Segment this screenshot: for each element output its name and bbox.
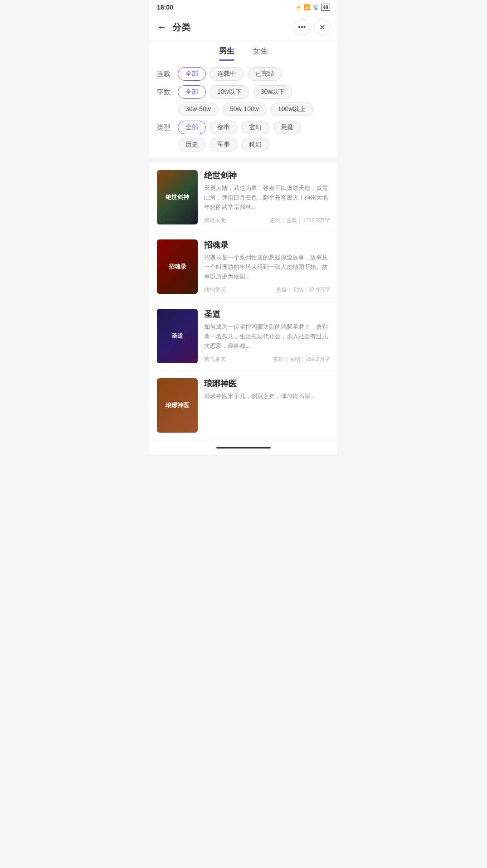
book-info: 绝世剑神 天灵大陆，武道为尊！强者可以遨游天地，威震山河，弹指日月变色，翻手苍穹… [204, 170, 330, 224]
book-tags: 悬疑｜完结｜37.9万字 [276, 286, 330, 294]
book-title: 琅琊神医 [204, 378, 330, 389]
book-list: 绝世剑神 绝世剑神 天灵大陆，武道为尊！强者可以遨游天地，威震山河，弹指日月变色… [150, 163, 337, 440]
genre-chip-all[interactable]: 全部 [178, 121, 206, 134]
book-desc: 天灵大陆，武道为尊！强者可以遨游天地，威震山河，弹指日月变色，翻手苍穹覆灭！神州… [204, 184, 330, 212]
book-author: 紫气東来 [204, 356, 226, 363]
genre-label: 类型 [157, 121, 173, 132]
wc-chip-100w[interactable]: 100w以上 [270, 102, 313, 116]
book-item[interactable]: 招魂录 招魂录 招魂录是一个系列性质的悬疑探险故事，故事从一个叫周游的年轻人得到… [150, 232, 337, 302]
wc-chip-all[interactable]: 全部 [178, 85, 206, 99]
genre-filter-row: 类型 全部 都市 玄幻 悬疑 历史 军事 科幻 [157, 121, 330, 151]
serial-label: 连载 [157, 67, 173, 78]
book-info: 招魂录 招魂录是一个系列性质的悬疑探险故事，故事从一个叫周游的年轻人得到一张人皮… [204, 239, 330, 294]
book-info: 琅琊神医 琅琊神医宋子凡，弱冠之年，俾习得高深... [204, 378, 330, 433]
battery-indicator: 48 [321, 4, 330, 11]
genre-chip-mystery[interactable]: 悬疑 [273, 121, 301, 134]
cover-text: 琅琊神医 [157, 378, 198, 433]
serial-filter-row: 连载 全部 连载中 已完结 [157, 67, 330, 81]
book-item[interactable]: 绝世剑神 绝世剑神 天灵大陆，武道为尊！强者可以遨游天地，威震山河，弹指日月变色… [150, 163, 337, 232]
book-desc: 如何成为一位掌控鸿蒙法则的鸿蒙圣君？ 萧别离一名孤儿，生活在现代社会，步入社会有… [204, 322, 330, 351]
header-actions: ••• ✕ [294, 19, 330, 35]
page-title: 分类 [172, 21, 288, 34]
filter-section: 连载 全部 连载中 已完结 字数 全部 10w以下 30w以下 [150, 61, 337, 158]
genre-chip-urban[interactable]: 都市 [209, 121, 238, 134]
wc-chip-50-100w[interactable]: 50w-100w [222, 102, 267, 116]
wordcount-label: 字数 [157, 85, 173, 97]
wc-chip-30-50w[interactable]: 30w-50w [178, 102, 219, 116]
gender-tabs: 男生 女生 [150, 40, 337, 61]
cover-text: 招魂录 [157, 239, 198, 294]
book-cover: 圣道 [157, 309, 198, 363]
serial-chips: 全部 连载中 已完结 [178, 67, 330, 81]
book-meta: 黑暗火龙 玄幻｜连载｜1712.3万字 [204, 217, 330, 224]
genre-chip-military[interactable]: 军事 [209, 138, 238, 151]
book-author: 战地黄花 [204, 286, 226, 294]
book-desc: 琅琊神医宋子凡，弱冠之年，俾习得高深... [204, 392, 330, 401]
bottom-nav [150, 440, 337, 455]
section-separator [150, 158, 337, 163]
serial-chip-ongoing[interactable]: 连载中 [209, 67, 244, 81]
status-icons: ⚡ 📶 📡 48 [295, 4, 330, 11]
book-title: 招魂录 [204, 239, 330, 250]
home-indicator [216, 447, 271, 449]
book-cover: 绝世剑神 [157, 170, 198, 224]
book-meta: 战地黄花 悬疑｜完结｜37.9万字 [204, 286, 330, 294]
more-button[interactable]: ••• [294, 19, 310, 35]
genre-chip-scifi[interactable]: 科幻 [241, 138, 269, 151]
serial-chip-completed[interactable]: 已完结 [248, 67, 282, 81]
book-cover: 琅琊神医 [157, 378, 198, 433]
wc-chip-30w[interactable]: 30w以下 [253, 85, 293, 99]
book-title: 圣道 [204, 309, 330, 320]
book-info: 圣道 如何成为一位掌控鸿蒙法则的鸿蒙圣君？ 萧别离一名孤儿，生活在现代社会，步入… [204, 309, 330, 363]
wifi-icon: 📡 [312, 4, 319, 10]
status-bar: 18:00 ⚡ 📶 📡 48 [150, 0, 337, 15]
tab-female[interactable]: 女生 [253, 46, 268, 61]
cover-text: 绝世剑神 [157, 170, 198, 224]
genre-chip-fantasy[interactable]: 玄幻 [241, 121, 269, 134]
tab-male[interactable]: 男生 [219, 46, 234, 61]
wc-chip-10w[interactable]: 10w以下 [209, 85, 249, 99]
book-cover: 招魂录 [157, 239, 198, 294]
serial-chip-all[interactable]: 全部 [178, 67, 206, 81]
book-desc: 招魂录是一个系列性质的悬疑探险故事，故事从一个叫周游的年轻人得到一张人皮地图开始… [204, 253, 330, 281]
book-tags: 玄幻｜完结｜159.2万字 [273, 356, 330, 363]
close-button[interactable]: ✕ [314, 19, 330, 35]
book-title: 绝世剑神 [204, 170, 330, 181]
signal-icon: 📶 [304, 4, 311, 10]
genre-chips: 全部 都市 玄幻 悬疑 历史 军事 科幻 [178, 121, 330, 151]
book-tags: 玄幻｜连载｜1712.3万字 [270, 217, 330, 224]
back-button[interactable]: ← [157, 21, 167, 33]
book-meta: 紫气東来 玄幻｜完结｜159.2万字 [204, 356, 330, 363]
book-author: 黑暗火龙 [204, 217, 226, 224]
genre-chip-history[interactable]: 历史 [178, 138, 206, 151]
page-header: ← 分类 ••• ✕ [150, 15, 337, 40]
wordcount-filter-row: 字数 全部 10w以下 30w以下 30w-50w 50w-100w 100w以… [157, 85, 330, 116]
book-item[interactable]: 圣道 圣道 如何成为一位掌控鸿蒙法则的鸿蒙圣君？ 萧别离一名孤儿，生活在现代社会… [150, 302, 337, 371]
book-item[interactable]: 琅琊神医 琅琊神医 琅琊神医宋子凡，弱冠之年，俾习得高深... [150, 371, 337, 440]
bluetooth-icon: ⚡ [295, 4, 302, 10]
status-time: 18:00 [157, 4, 173, 11]
wordcount-chips: 全部 10w以下 30w以下 30w-50w 50w-100w 100w以上 [178, 85, 330, 116]
cover-text: 圣道 [157, 309, 198, 363]
